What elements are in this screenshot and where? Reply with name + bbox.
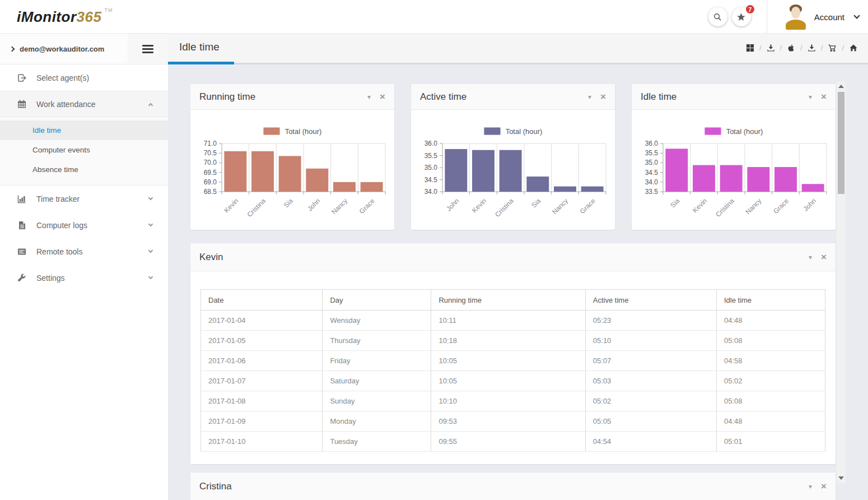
panel-header: Idle time ▾ × xyxy=(632,84,836,110)
column-header: Date xyxy=(201,290,323,311)
sidebar-toggle[interactable] xyxy=(128,34,168,64)
legend-label: Total (hour) xyxy=(285,127,322,136)
column-header: Day xyxy=(323,290,431,311)
account-avatar[interactable] xyxy=(784,4,808,30)
bar-nancy xyxy=(747,167,769,192)
svg-text:34.0: 34.0 xyxy=(645,178,659,186)
download-toolbar: / / / / / xyxy=(746,44,858,52)
close-icon[interactable]: × xyxy=(380,92,385,101)
table-cell: 2017-01-08 xyxy=(201,391,323,411)
scrollbar-up-arrow[interactable] xyxy=(838,85,844,88)
table-cell: 09:55 xyxy=(431,432,585,452)
sidebar-item-computer-events[interactable]: Computer events xyxy=(0,140,168,160)
collapse-icon[interactable]: ▾ xyxy=(809,93,812,101)
svg-text:70.0: 70.0 xyxy=(204,159,217,166)
svg-text:Nancy: Nancy xyxy=(744,197,763,216)
sidebar-item-label: Remote tools xyxy=(36,247,82,256)
chevron-down-icon xyxy=(148,195,153,200)
sidebar-item-select-agents[interactable]: Select agent(s) xyxy=(0,64,168,91)
svg-text:Cristina: Cristina xyxy=(714,197,736,219)
favorites-button[interactable]: 7 xyxy=(732,7,751,26)
close-icon[interactable]: × xyxy=(600,92,606,101)
collapse-icon[interactable]: ▾ xyxy=(809,253,812,261)
bar-grace xyxy=(774,167,797,192)
sidebar-item-absence-time[interactable]: Absence time xyxy=(0,160,168,179)
bar-john xyxy=(445,149,467,192)
bar-nancy xyxy=(333,182,356,192)
svg-text:36.0: 36.0 xyxy=(424,140,438,147)
close-icon[interactable]: × xyxy=(821,482,827,491)
sidebar-item-label: Select agent(s) xyxy=(36,73,89,82)
submenu-item-label: Idle time xyxy=(32,126,61,135)
table-cell: 05:08 xyxy=(716,391,825,411)
svg-text:68.5: 68.5 xyxy=(204,188,217,196)
bar-grace xyxy=(361,182,383,192)
svg-text:34.0: 34.0 xyxy=(424,188,438,196)
svg-text:35.0: 35.0 xyxy=(645,159,659,166)
account-menu[interactable]: Account xyxy=(814,12,844,22)
collapse-icon[interactable]: ▾ xyxy=(367,93,371,101)
account-email-row[interactable]: demo@workauditor.com xyxy=(0,34,128,64)
close-icon[interactable]: × xyxy=(821,252,827,262)
submenu-item-label: Computer events xyxy=(32,146,90,154)
wrench-icon xyxy=(17,273,27,283)
table-cell: 10:10 xyxy=(431,391,585,411)
sidebar-item-settings[interactable]: Settings xyxy=(0,265,168,291)
windows-icon[interactable] xyxy=(746,44,754,52)
bar-grace xyxy=(581,187,604,192)
table-cell: Sunday xyxy=(323,391,431,411)
column-header: Idle time xyxy=(716,290,825,311)
table-cell: 09:53 xyxy=(431,411,585,432)
sidebar-item-idle-time[interactable]: Idle time xyxy=(0,121,168,140)
chevron-right-icon xyxy=(10,46,15,52)
table-cell: 05:02 xyxy=(585,391,716,411)
hamburger-icon xyxy=(142,43,153,55)
bar-cristina xyxy=(251,151,274,192)
collapse-icon[interactable]: ▾ xyxy=(809,483,812,490)
table-cell: 04:54 xyxy=(585,432,716,452)
svg-text:John: John xyxy=(306,197,321,212)
sidebar-item-work-attendance[interactable]: Work attendance xyxy=(0,91,168,117)
apple-icon[interactable] xyxy=(787,44,795,52)
table-body: 2017-01-04Wensday10:1105:2304:482017-01-… xyxy=(201,311,825,452)
table-cell: 10:05 xyxy=(431,371,585,391)
toolbar-separator: / xyxy=(800,44,802,52)
table-cell: 05:03 xyxy=(585,371,716,391)
chart-legend: Total (hour) xyxy=(411,127,615,136)
table-cell: 04:58 xyxy=(716,351,825,371)
svg-text:John: John xyxy=(445,197,460,212)
download-mac-icon[interactable] xyxy=(808,44,816,52)
svg-text:John: John xyxy=(801,197,817,212)
table-row: 2017-01-08Sunday10:1005:0205:08 xyxy=(201,391,825,411)
download-windows-icon[interactable] xyxy=(767,44,775,52)
panel-title: Running time xyxy=(199,91,255,103)
svg-text:Kevin: Kevin xyxy=(470,197,488,214)
table-cell: 04:48 xyxy=(716,411,825,432)
close-icon[interactable]: × xyxy=(821,92,827,101)
table-cell: 04:48 xyxy=(716,311,825,331)
sidebar: Select agent(s) Work attendance Idle tim… xyxy=(0,64,168,500)
sidebar-item-remote-tools[interactable]: Remote tools xyxy=(0,238,168,265)
search-button[interactable] xyxy=(708,7,727,26)
table-cell: 05:07 xyxy=(585,351,716,371)
svg-text:Kevin: Kevin xyxy=(222,197,240,214)
bar-john xyxy=(802,184,824,192)
chart-body: Total (hour) 34.034.535.035.536.0JohnKev… xyxy=(411,110,615,230)
select-agent-icon xyxy=(17,73,27,83)
home-icon[interactable] xyxy=(849,44,858,52)
cart-icon[interactable] xyxy=(828,44,837,52)
sidebar-item-time-tracker[interactable]: Time tracker xyxy=(0,186,168,212)
collapse-icon[interactable]: ▾ xyxy=(588,93,591,101)
svg-text:36.0: 36.0 xyxy=(645,140,659,147)
scrollbar-down-arrow[interactable] xyxy=(838,476,844,480)
chevron-down-icon[interactable] xyxy=(853,12,860,18)
panel-tools: ▾ × xyxy=(588,92,606,101)
cristina-panel: Cristina ▾ × xyxy=(190,473,836,500)
legend-swatch xyxy=(263,127,280,135)
scrollbar-thumb[interactable] xyxy=(838,92,844,194)
bar-kevin xyxy=(224,151,246,192)
bar-kevin xyxy=(472,150,494,192)
sidebar-item-computer-logs[interactable]: Computer logs xyxy=(0,212,168,238)
svg-text:69.5: 69.5 xyxy=(204,169,217,177)
idle-time-bar-chart: 33.534.034.535.035.536.0SiaKevinCristina… xyxy=(632,137,836,230)
